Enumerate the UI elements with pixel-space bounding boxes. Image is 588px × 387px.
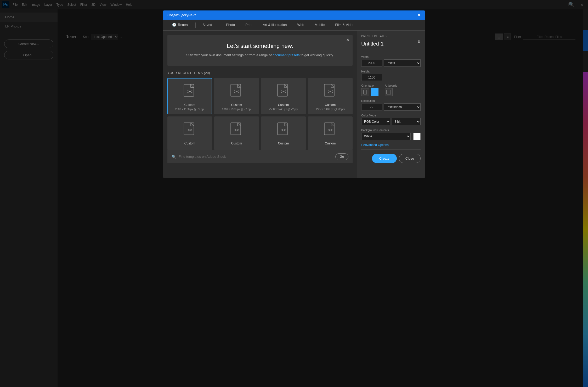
document-presets-link[interactable]: document presets: [273, 53, 299, 57]
close-modal-button[interactable]: Close: [399, 154, 421, 163]
color-mode-select[interactable]: RGB Color CMYK Color Grayscale: [361, 118, 390, 125]
preset-card-1-dims: 2000 x 1100 px @ 72 ppi: [175, 108, 204, 111]
preset-card-2-dims: 6016 x 2160 px @ 72 ppi: [222, 108, 251, 111]
intro-title: Let's start something new.: [173, 43, 347, 49]
modal-overlay: Создать документ ✕ 🕐 Recent Saved Photo …: [0, 0, 588, 387]
footer-divider: [361, 149, 421, 150]
modal-close-icon[interactable]: ✕: [417, 13, 421, 18]
modal-tabs: 🕐 Recent Saved Photo Print Art & Illustr…: [163, 20, 425, 31]
artboards-row: [385, 88, 397, 96]
preset-icon-7: [276, 122, 291, 139]
modal-search-bar: 🔍 Go: [167, 150, 353, 163]
recent-items-header: YOUR RECENT ITEMS (20): [167, 71, 353, 75]
portrait-button[interactable]: [361, 88, 369, 96]
bg-color-swatch[interactable]: [413, 133, 421, 140]
preset-icon-3: [276, 84, 291, 100]
artboard-toggle[interactable]: [385, 88, 393, 96]
tab-separator-2: [219, 23, 219, 28]
save-preset-button[interactable]: ⬇: [417, 39, 421, 44]
preset-card-6[interactable]: Custom: [214, 116, 259, 150]
tab-web[interactable]: Web: [293, 20, 309, 30]
modal-content-left: ✕ Let's start something new. Start with …: [163, 31, 357, 178]
modal-action-buttons: Create Close: [361, 154, 421, 163]
preset-card-3-name: Custom: [278, 103, 289, 107]
preset-card-5[interactable]: Custom: [167, 116, 212, 150]
resolution-label: Resolution: [361, 99, 421, 102]
preset-card-3-dims: 2508 x 1746 px @ 72 ppi: [269, 108, 298, 111]
color-mode-label: Color Mode: [361, 114, 421, 117]
modal-body: ✕ Let's start something new. Start with …: [163, 31, 425, 178]
bg-contents-field-group: Background Contents White Black Transpar…: [361, 128, 421, 140]
preset-card-7[interactable]: Custom: [261, 116, 306, 150]
preset-icon-2: [230, 84, 244, 100]
preset-card-1-name: Custom: [184, 103, 195, 107]
preset-card-7-name: Custom: [278, 142, 289, 145]
search-icon-modal: 🔍: [172, 155, 176, 159]
tab-print[interactable]: Print: [241, 20, 257, 30]
preset-icon-1: [183, 84, 197, 100]
preset-card-5-name: Custom: [184, 142, 195, 145]
tab-separator-1: [195, 23, 196, 28]
color-mode-field-group: Color Mode RGB Color CMYK Color Grayscal…: [361, 114, 421, 125]
bg-contents-label: Background Contents: [361, 128, 421, 132]
resolution-row: Pixels/Inch Pixels/cm: [361, 103, 421, 111]
tab-mobile[interactable]: Mobile: [310, 20, 329, 30]
height-field-group: Height: [361, 70, 421, 81]
svg-rect-26: [387, 90, 391, 94]
height-row: [361, 74, 421, 81]
resolution-input[interactable]: [361, 104, 382, 110]
preset-card-4-dims: 1967 x 1487 px @ 72 ppi: [316, 108, 345, 111]
new-doc-modal: Создать документ ✕ 🕐 Recent Saved Photo …: [163, 10, 425, 178]
orientation-row: [361, 88, 378, 96]
stock-search-input[interactable]: [179, 155, 333, 159]
modal-header: Создать документ ✕: [163, 10, 425, 20]
resolution-field-group: Resolution Pixels/Inch Pixels/cm: [361, 99, 421, 111]
preset-card-4[interactable]: Custom 1967 x 1487 px @ 72 ppi: [308, 78, 353, 114]
preset-icon-5: [183, 122, 197, 139]
advanced-options-toggle[interactable]: › Advanced Options: [361, 143, 421, 147]
landscape-button[interactable]: [371, 88, 378, 96]
height-label: Height: [361, 70, 421, 73]
preset-icon-4: [323, 84, 337, 100]
banner-close-icon[interactable]: ✕: [346, 37, 349, 42]
tab-saved[interactable]: Saved: [198, 20, 217, 30]
recent-presets-grid: Custom 2000 x 1100 px @ 72 ppi: [167, 78, 353, 150]
preset-card-6-name: Custom: [231, 142, 242, 145]
tab-art[interactable]: Art & Illustration: [258, 20, 292, 30]
svg-rect-24: [364, 90, 367, 94]
preset-card-3[interactable]: Custom 2508 x 1746 px @ 72 ppi: [261, 78, 306, 114]
preset-card-4-name: Custom: [325, 103, 336, 107]
preset-card-8-name: Custom: [325, 142, 336, 145]
svg-rect-25: [372, 91, 377, 94]
width-unit-select[interactable]: Pixels Inches cm: [384, 59, 421, 67]
clock-icon: 🕐: [172, 23, 176, 27]
tab-photo[interactable]: Photo: [221, 20, 240, 30]
width-input[interactable]: [361, 60, 382, 66]
color-mode-row: RGB Color CMYK Color Grayscale 8 bit 16 …: [361, 118, 421, 125]
preset-card-2[interactable]: Custom 6016 x 2160 px @ 72 ppi: [214, 78, 259, 114]
preset-icon-6: [230, 122, 244, 139]
intro-banner: ✕ Let's start something new. Start with …: [167, 35, 353, 66]
bg-contents-row: White Black Transparent Background Color: [361, 133, 421, 140]
orientation-field-group: Orientation: [361, 84, 421, 96]
height-input[interactable]: [361, 74, 382, 81]
preset-icon-8: [323, 122, 337, 139]
bg-contents-select[interactable]: White Black Transparent Background Color: [361, 133, 411, 140]
tab-film[interactable]: Film & Video: [330, 20, 359, 30]
width-field-group: Width Pixels Inches cm: [361, 55, 421, 67]
preset-name[interactable]: Untitled-1: [361, 41, 384, 47]
go-button[interactable]: Go: [335, 153, 348, 160]
artboards-label: Artboards: [385, 84, 397, 87]
preset-card-8[interactable]: Custom: [308, 116, 353, 150]
create-button[interactable]: Create: [372, 154, 397, 163]
tab-recent[interactable]: 🕐 Recent: [167, 20, 193, 30]
modal-title: Создать документ: [167, 13, 196, 17]
preset-card-2-name: Custom: [231, 103, 242, 107]
width-label: Width: [361, 55, 421, 58]
preset-card-1[interactable]: Custom 2000 x 1100 px @ 72 ppi: [167, 78, 212, 114]
modal-preset-details: PRESET DETAILS Untitled-1 ⬇ Width Pixels…: [357, 31, 425, 178]
bit-depth-select[interactable]: 8 bit 16 bit 32 bit: [392, 118, 421, 125]
orientation-label: Orientation: [361, 84, 378, 87]
resolution-unit-select[interactable]: Pixels/Inch Pixels/cm: [384, 103, 421, 111]
width-row: Pixels Inches cm: [361, 59, 421, 67]
